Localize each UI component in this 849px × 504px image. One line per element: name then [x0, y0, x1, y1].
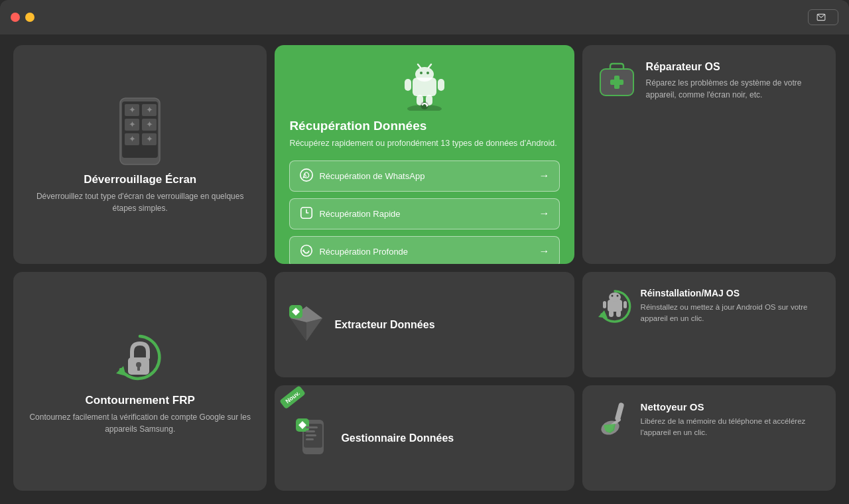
- whatsapp-svg: [299, 168, 314, 182]
- svg-line-20: [418, 64, 421, 68]
- whatsapp-recovery-button[interactable]: Récupération de WhatsApp →: [289, 160, 559, 192]
- svg-rect-47: [609, 310, 614, 317]
- feedback-button[interactable]: [808, 9, 838, 25]
- extractor-title: Extracteur Données: [334, 319, 434, 331]
- traffic-lights: [11, 13, 34, 22]
- frp-title: Contournement FRP: [86, 394, 195, 407]
- reinstall-icon-wrap: [597, 288, 633, 326]
- svg-rect-65: [306, 438, 314, 440]
- bottom-center-col: Extracteur Données Nouv.: [275, 272, 574, 491]
- arrow2: →: [539, 208, 550, 220]
- svg-marker-40: [598, 310, 608, 318]
- deep-btn-row: Récupération Profonde: [299, 243, 539, 260]
- svg-rect-45: [603, 301, 606, 308]
- cleaner-text: Nettoyeur OS Libérez de la mémoire du té…: [641, 401, 821, 439]
- cleaner-icon-wrap: [597, 401, 633, 440]
- reinstall-text: Réinstallation/MAJ OS Réinstallez ou met…: [641, 288, 821, 325]
- svg-text:✦: ✦: [146, 134, 153, 144]
- svg-rect-46: [623, 301, 627, 308]
- os-repair-icon-wrap: [597, 61, 637, 103]
- recovery-main-title: Récupération Données: [289, 119, 426, 133]
- mail-icon: [816, 13, 826, 22]
- os-reinstall-card[interactable]: Réinstallation/MAJ OS Réinstallez ou met…: [582, 272, 836, 377]
- screen-unlock-title: Déverrouillage Écran: [84, 173, 196, 186]
- svg-point-42: [609, 292, 621, 302]
- svg-rect-48: [616, 310, 621, 317]
- data-manager-card[interactable]: Nouv. Gestionnaire Données: [275, 385, 574, 491]
- arrow1: →: [539, 170, 550, 182]
- svg-marker-55: [291, 318, 306, 341]
- svg-point-18: [420, 72, 423, 74]
- svg-text:✦: ✦: [129, 105, 136, 115]
- svg-text:✦: ✦: [146, 105, 153, 115]
- screen-unlock-icon: ✦ ✦ ✦ ✦ ✦ ✦: [110, 95, 170, 168]
- manager-icon-wrap: [296, 418, 330, 458]
- manager-svg: [296, 418, 330, 456]
- frp-desc: Contournez facilement la vérification de…: [28, 411, 252, 435]
- whatsapp-label: Récupération de WhatsApp: [319, 171, 424, 181]
- cleaner-title: Nettoyeur OS: [641, 401, 821, 412]
- svg-line-21: [428, 64, 431, 68]
- svg-text:✦: ✦: [129, 119, 136, 129]
- deep-svg: [299, 243, 314, 258]
- os-cleaner-card[interactable]: Nettoyeur OS Libérez de la mémoire du té…: [582, 385, 836, 491]
- svg-text:✦: ✦: [129, 134, 136, 144]
- data-recovery-card[interactable]: Récupération Données Récupérez rapidemen…: [275, 45, 574, 264]
- os-repair-text: Réparateur OS Réparez les problèmes de s…: [646, 61, 821, 101]
- svg-point-17: [415, 67, 434, 82]
- svg-rect-23: [438, 79, 444, 91]
- svg-point-28: [300, 169, 312, 181]
- deep-label: Récupération Profonde: [319, 247, 408, 257]
- svg-rect-35: [610, 80, 623, 85]
- quick-svg: [299, 206, 314, 220]
- new-badge: Nouv.: [280, 385, 306, 409]
- whatsapp-btn-row: Récupération de WhatsApp: [299, 168, 539, 184]
- svg-rect-39: [137, 365, 140, 371]
- manager-title: Gestionnaire Données: [341, 432, 454, 444]
- deep-icon: [299, 243, 314, 260]
- cleaner-desc: Libérez de la mémoire du téléphone et ac…: [641, 416, 821, 439]
- svg-marker-54: [306, 318, 322, 341]
- extractor-icon-wrap: [289, 305, 324, 345]
- svg-rect-62: [306, 426, 318, 428]
- svg-marker-31: [302, 249, 304, 252]
- screen-unlock-desc: Déverrouillez tout type d'écran de verro…: [28, 190, 252, 214]
- extractor-svg: [289, 305, 324, 342]
- svg-rect-22: [405, 79, 411, 91]
- whatsapp-icon: [299, 168, 314, 184]
- minimize-button[interactable]: [25, 13, 34, 22]
- quick-btn-row: Récupération Rapide: [299, 206, 539, 222]
- quick-label: Récupération Rapide: [319, 209, 400, 219]
- arrow3: →: [539, 245, 550, 257]
- svg-point-19: [426, 72, 429, 74]
- android-icon: [398, 61, 451, 111]
- reinstall-svg: [597, 288, 633, 324]
- recovery-main-desc: Récupérez rapidement ou profondément 13 …: [289, 137, 556, 150]
- cleaner-svg: [597, 401, 633, 437]
- data-extractor-card[interactable]: Extracteur Données: [275, 272, 574, 377]
- svg-point-44: [616, 295, 618, 297]
- close-button[interactable]: [11, 13, 20, 22]
- quick-icon: [299, 206, 314, 222]
- svg-point-43: [611, 295, 613, 297]
- titlebar: [0, 0, 849, 34]
- svg-marker-36: [116, 366, 126, 376]
- frp-icon: [110, 328, 170, 391]
- os-repair-card[interactable]: Réparateur OS Réparez les problèmes de s…: [582, 45, 836, 264]
- frp-card[interactable]: Contournement FRP Contournez facilement …: [13, 272, 267, 491]
- screen-unlock-card[interactable]: ✦ ✦ ✦ ✦ ✦ ✦ Déverrouillage Écran Déverro…: [13, 45, 267, 264]
- reinstall-desc: Réinstallez ou mettez à jour Android OS …: [641, 302, 821, 325]
- os-repair-desc: Réparez les problèmes de système de votr…: [646, 77, 821, 101]
- right-bottom-col: Réinstallation/MAJ OS Réinstallez ou met…: [582, 272, 836, 491]
- os-repair-title: Réparateur OS: [646, 61, 821, 73]
- svg-text:✦: ✦: [146, 119, 153, 129]
- main-grid: ✦ ✦ ✦ ✦ ✦ ✦ Déverrouillage Écran Déverro…: [0, 34, 849, 504]
- quick-recovery-button[interactable]: Récupération Rapide →: [289, 198, 559, 229]
- svg-rect-64: [306, 434, 316, 436]
- os-repair-svg: [597, 61, 637, 101]
- reinstall-title: Réinstallation/MAJ OS: [641, 288, 821, 298]
- deep-recovery-button[interactable]: Récupération Profonde →: [289, 236, 559, 264]
- android-icon-wrap: [398, 61, 451, 113]
- svg-rect-63: [306, 430, 315, 432]
